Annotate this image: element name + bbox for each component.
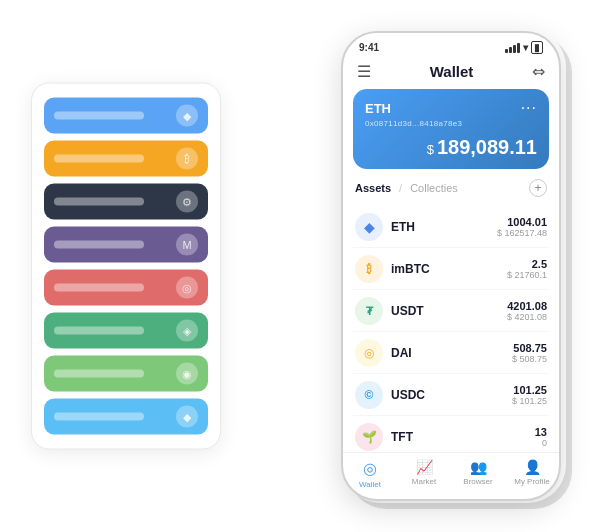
assets-header: Assets / Collecties + [353,179,549,197]
asset-amounts: 13 0 [535,426,547,448]
card-icon: ◈ [176,320,198,342]
card-icon: ◆ [176,105,198,127]
card-text [54,198,144,206]
table-row[interactable]: ₮ USDT 4201.08 $ 4201.08 [353,291,549,332]
assets-tabs: Assets / Collecties [355,182,458,194]
asset-name: USDC [391,388,512,402]
card-icon: ◉ [176,363,198,385]
card-text [54,112,144,120]
amount-secondary: $ 21760.1 [507,270,547,280]
balance-amount: 189,089.11 [437,136,537,158]
browser-nav-label: Browser [463,477,492,486]
list-item[interactable]: ⚙ [44,184,208,220]
card-text [54,370,144,378]
tab-assets[interactable]: Assets [355,182,391,194]
asset-amounts: 508.75 $ 508.75 [512,342,547,364]
scene: ◆ ₿ ⚙ M ◎ ◈ ◉ ◆ [11,11,591,521]
card-icon: ◆ [176,406,198,428]
amount-primary: 508.75 [512,342,547,354]
asset-amounts: 2.5 $ 21760.1 [507,258,547,280]
card-icon: M [176,234,198,256]
list-item[interactable]: ₿ [44,141,208,177]
nav-market[interactable]: 📈 Market [397,459,451,489]
asset-amounts: 101.25 $ 101.25 [512,384,547,406]
page-title: Wallet [371,63,532,80]
eth-card[interactable]: ETH ··· 0x08711d3d...8418a78e3 $189,089.… [353,89,549,169]
tft-icon: 🌱 [355,423,383,451]
amount-primary: 2.5 [507,258,547,270]
asset-name: TFT [391,430,535,444]
profile-nav-icon: 👤 [524,459,541,475]
eth-address: 0x08711d3d...8418a78e3 [365,119,537,128]
list-item[interactable]: ◎ [44,270,208,306]
table-row[interactable]: ◆ ETH 1004.01 $ 162517.48 [353,207,549,248]
eth-icon: ◆ [355,213,383,241]
status-icons: ▾ ▮ [505,41,543,54]
menu-icon[interactable]: ☰ [357,62,371,81]
amount-secondary: $ 508.75 [512,354,547,364]
phone-header: ☰ Wallet ⇔ [343,58,559,89]
tab-divider: / [399,182,402,194]
asset-amounts: 1004.01 $ 162517.48 [497,216,547,238]
asset-name: ETH [391,220,497,234]
imbtc-icon: ₿ [355,255,383,283]
card-icon: ₿ [176,148,198,170]
tab-collecties[interactable]: Collecties [410,182,458,194]
expand-icon[interactable]: ⇔ [532,62,545,81]
card-stack: ◆ ₿ ⚙ M ◎ ◈ ◉ ◆ [31,83,221,450]
amount-primary: 4201.08 [507,300,547,312]
asset-list: ◆ ETH 1004.01 $ 162517.48 ₿ imBTC 2.5 $ … [353,207,549,452]
battery-icon: ▮ [531,41,543,54]
signal-icon [505,43,520,53]
wallet-nav-icon: ◎ [363,459,377,478]
browser-nav-icon: 👥 [470,459,487,475]
table-row[interactable]: ◎ DAI 508.75 $ 508.75 [353,333,549,374]
profile-nav-label: My Profile [514,477,550,486]
phone-content: ETH ··· 0x08711d3d...8418a78e3 $189,089.… [343,89,559,452]
card-text [54,155,144,163]
eth-card-header: ETH ··· [365,99,537,117]
table-row[interactable]: © USDC 101.25 $ 101.25 [353,375,549,416]
dai-icon: ◎ [355,339,383,367]
list-item[interactable]: ◈ [44,313,208,349]
card-text [54,241,144,249]
table-row[interactable]: ₿ imBTC 2.5 $ 21760.1 [353,249,549,290]
amount-primary: 101.25 [512,384,547,396]
amount-secondary: $ 162517.48 [497,228,547,238]
card-text [54,413,144,421]
nav-wallet[interactable]: ◎ Wallet [343,459,397,489]
amount-primary: 13 [535,426,547,438]
market-nav-icon: 📈 [416,459,433,475]
amount-secondary: 0 [535,438,547,448]
card-icon: ⚙ [176,191,198,213]
eth-balance: $189,089.11 [365,136,537,159]
status-bar: 9:41 ▾ ▮ [343,33,559,58]
usdc-icon: © [355,381,383,409]
wallet-nav-label: Wallet [359,480,381,489]
amount-primary: 1004.01 [497,216,547,228]
asset-name: USDT [391,304,507,318]
add-asset-button[interactable]: + [529,179,547,197]
list-item[interactable]: ◉ [44,356,208,392]
bottom-nav: ◎ Wallet 📈 Market 👥 Browser 👤 My Profile [343,452,559,499]
list-item[interactable]: ◆ [44,399,208,435]
market-nav-label: Market [412,477,436,486]
phone-mockup: 9:41 ▾ ▮ ☰ Wallet ⇔ ETH [341,31,561,501]
asset-name: DAI [391,346,512,360]
nav-profile[interactable]: 👤 My Profile [505,459,559,489]
card-text [54,327,144,335]
card-icon: ◎ [176,277,198,299]
status-time: 9:41 [359,42,379,53]
amount-secondary: $ 101.25 [512,396,547,406]
table-row[interactable]: 🌱 TFT 13 0 [353,417,549,452]
wifi-icon: ▾ [523,42,528,53]
eth-card-title: ETH [365,101,391,116]
asset-amounts: 4201.08 $ 4201.08 [507,300,547,322]
card-text [54,284,144,292]
list-item[interactable]: M [44,227,208,263]
eth-card-menu[interactable]: ··· [521,99,537,117]
amount-secondary: $ 4201.08 [507,312,547,322]
balance-symbol: $ [427,142,434,157]
list-item[interactable]: ◆ [44,98,208,134]
nav-browser[interactable]: 👥 Browser [451,459,505,489]
